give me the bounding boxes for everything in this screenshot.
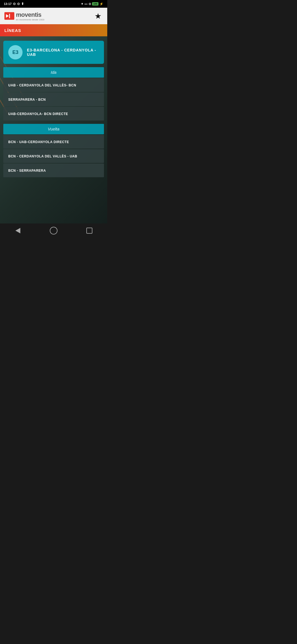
route-text: BCN - UAB-CERDANYOLA DIRECTE [8, 140, 69, 144]
logo-text: moventis en movimiento desde 1923 [16, 11, 44, 21]
ida-section-header[interactable]: Ida [3, 67, 104, 78]
bookmark-button[interactable]: ★ [93, 11, 103, 21]
svg-rect-2 [9, 14, 10, 18]
moventis-logo-icon [4, 12, 14, 20]
status-bar: 13:17 ⊙ ⊙ ⬆ ✦ ▪▪▪ ⊙ 100 ⚡ [0, 0, 107, 8]
route-text: BCN - CERDANYOLA DEL VALLÈS - UAB [8, 154, 77, 158]
route-item[interactable]: UAB-CERDANYOLA- BCN DIRECTE [3, 107, 104, 121]
brand-tagline: en movimiento desde 1923 [16, 18, 44, 21]
bottom-nav [0, 223, 107, 238]
back-icon [15, 228, 20, 233]
back-button[interactable] [12, 225, 23, 236]
signal-icon: ▪▪▪ [84, 2, 87, 6]
section-gap [3, 121, 104, 124]
bluetooth-icon: ✦ [81, 2, 83, 6]
status-right: ✦ ▪▪▪ ⊙ 100 ⚡ [81, 2, 103, 6]
route-item[interactable]: BCN - CERDANYOLA DEL VALLÈS - UAB [3, 149, 104, 163]
content-area: E3 E3-BARCELONA - CERDANYOLA - UAB Ida U… [0, 36, 107, 223]
vuelta-label: Vuelta [48, 127, 59, 131]
star-icon: ★ [95, 12, 101, 21]
home-button[interactable] [48, 225, 59, 236]
lineas-title: LÍNEAS [4, 28, 21, 33]
route-item[interactable]: UAB - CERDANYOLA DEL VALLÈS- BCN [3, 78, 104, 92]
content-inner: E3 E3-BARCELONA - CERDANYOLA - UAB Ida U… [0, 36, 107, 182]
charging-icon: ⚡ [100, 2, 103, 6]
logo-container: moventis en movimiento desde 1923 [4, 11, 44, 21]
circle2-icon: ⊙ [17, 2, 20, 6]
recents-icon [86, 228, 92, 234]
app-header: moventis en movimiento desde 1923 ★ [0, 8, 107, 24]
route-item[interactable]: SERRAPARERA - BCN [3, 92, 104, 106]
home-icon [50, 227, 57, 234]
line-badge: E3 [8, 45, 23, 59]
wifi-icon: ⊙ [89, 2, 91, 6]
route-text: SERRAPARERA - BCN [8, 98, 46, 102]
lineas-header-bar: LÍNEAS [0, 24, 107, 36]
status-left: 13:17 ⊙ ⊙ ⬆ [4, 2, 24, 6]
battery-indicator: 100 [92, 2, 98, 6]
ida-label: Ida [51, 70, 57, 75]
route-text: BCN - SERRAPARERA [8, 169, 46, 173]
route-item[interactable]: BCN - SERRAPARERA [3, 163, 104, 177]
vuelta-section-header[interactable]: Vuelta [3, 124, 104, 134]
line-title: E3-BARCELONA - CERDANYOLA - UAB [27, 48, 99, 57]
route-item[interactable]: BCN - UAB-CERDANYOLA DIRECTE [3, 135, 104, 149]
route-text: UAB - CERDANYOLA DEL VALLÈS- BCN [8, 83, 76, 87]
circle-icon: ⊙ [13, 2, 16, 6]
recents-button[interactable] [84, 225, 95, 236]
brand-name: moventis [16, 11, 44, 18]
route-text: UAB-CERDANYOLA- BCN DIRECTE [8, 112, 68, 116]
upload-icon: ⬆ [21, 2, 24, 6]
e3-line-card[interactable]: E3 E3-BARCELONA - CERDANYOLA - UAB [3, 41, 104, 64]
time-display: 13:17 [4, 2, 12, 6]
